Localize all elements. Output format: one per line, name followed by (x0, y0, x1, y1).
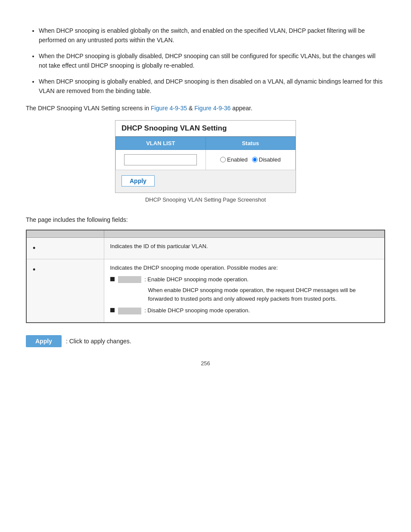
figure-link-1[interactable]: Figure 4-9-35 (151, 105, 187, 112)
field-name-status: • (26, 259, 104, 322)
vlan-list-cell (116, 149, 206, 170)
sub-item-disabled-content: : Disable DHCP snooping mode operation. (118, 306, 250, 315)
bullet-dot-2: • (33, 265, 35, 274)
status-header: Status (206, 137, 296, 149)
intro-text-amp: & (189, 105, 194, 112)
field-name-vlan-id: • (26, 238, 104, 259)
disabled-label-text: Disabled (259, 156, 281, 163)
vlan-setting-title: DHCP Snooping VLAN Setting (115, 121, 296, 137)
field-desc-vlan-id: Indicates the ID of this particular VLAN… (104, 238, 385, 259)
table-row-status: • Indicates the DHCP snooping mode opera… (26, 259, 385, 322)
disable-text: : Disable DHCP snooping mode operation. (144, 307, 250, 314)
enable-text: : Enable DHCP snooping mode operation. (144, 276, 249, 283)
field-col2-header (104, 230, 385, 238)
field-col1-header (26, 230, 104, 238)
apply-description: : Click to apply changes. (66, 338, 131, 345)
vlan-setting-box: DHCP Snooping VLAN Setting VLAN LIST Sta… (115, 120, 296, 193)
screenshot-caption: DHCP Snooping VLAN Setting Page Screensh… (26, 196, 385, 203)
bottom-apply-section: Apply : Click to apply changes. (26, 335, 385, 347)
fields-table: • Indicates the ID of this particular VL… (26, 230, 385, 323)
intro-bullet-list: When DHCP snooping is enabled globally o… (39, 26, 385, 96)
enabled-label-text: Enabled (227, 156, 248, 163)
vlan-list-header: VLAN LIST (116, 137, 206, 149)
status-cell: Enabled Disabled (206, 149, 296, 170)
bullet-item-2: When the DHCP snooping is globally disab… (39, 51, 385, 71)
status-desc-main: Indicates the DHCP snooping mode operati… (110, 264, 379, 273)
intro-text-prefix: The DHCP Snooping VLAN Setting screens i… (26, 105, 149, 112)
page-number: 256 (26, 360, 385, 367)
bullet-item-3: When DHCP snooping is globally enabled, … (39, 77, 385, 96)
bullet-item-1: When DHCP snooping is enabled globally o… (39, 26, 385, 45)
status-sub-list: : Enable DHCP snooping mode operation. W… (110, 275, 379, 315)
sub-item-enabled: : Enable DHCP snooping mode operation. W… (110, 275, 379, 304)
enabled-radio[interactable] (220, 157, 226, 162)
vlan-list-input[interactable] (124, 154, 197, 165)
sub-item-disabled: : Disable DHCP snooping mode operation. (110, 306, 379, 315)
vlan-apply-button[interactable]: Apply (121, 175, 155, 187)
disabled-radio-label[interactable]: Disabled (252, 156, 281, 163)
enable-detail: When enable DHCP snooping mode operation… (148, 286, 379, 304)
disabled-box (118, 308, 141, 314)
figure-link-2[interactable]: Figure 4-9-36 (194, 105, 230, 112)
enabled-radio-label[interactable]: Enabled (220, 156, 248, 163)
vlan-setting-table: VLAN LIST Status Enabled (115, 137, 296, 170)
bullet-dot-1: • (33, 244, 35, 252)
table-row-vlan-id: • Indicates the ID of this particular VL… (26, 238, 385, 259)
intro-paragraph: The DHCP Snooping VLAN Setting screens i… (26, 103, 385, 113)
sq-bullet-disabled (110, 308, 115, 312)
intro-text-suffix: appear. (232, 105, 252, 112)
sq-bullet-enabled (110, 277, 115, 281)
main-apply-button[interactable]: Apply (26, 335, 62, 347)
status-radio-group: Enabled Disabled (210, 156, 291, 163)
field-desc-status: Indicates the DHCP snooping mode operati… (104, 259, 385, 322)
disabled-radio[interactable] (252, 157, 258, 162)
sub-item-enabled-content: : Enable DHCP snooping mode operation. W… (118, 275, 379, 304)
enabled-box (118, 276, 141, 283)
fields-intro-text: The page includes the following fields: (26, 215, 385, 224)
